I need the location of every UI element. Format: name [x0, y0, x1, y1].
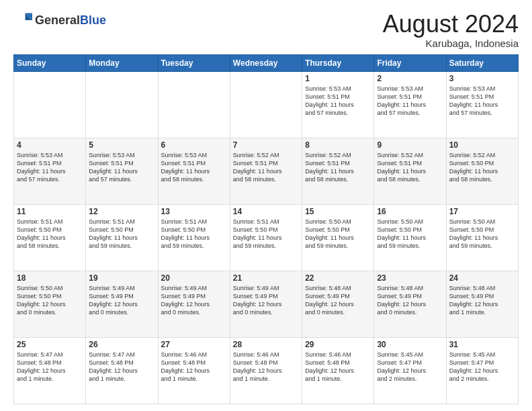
- title-section: August 2024 Karubaga, Indonesia: [383, 11, 519, 49]
- calendar-week-row: 11Sunrise: 5:51 AM Sunset: 5:50 PM Dayli…: [14, 204, 519, 271]
- cell-info: Sunrise: 5:53 AM Sunset: 5:51 PM Dayligh…: [449, 85, 515, 118]
- day-number: 27: [161, 340, 227, 349]
- calendar-cell: 1Sunrise: 5:53 AM Sunset: 5:51 PM Daylig…: [302, 71, 374, 138]
- day-number: 17: [449, 207, 515, 216]
- cell-info: Sunrise: 5:50 AM Sunset: 5:50 PM Dayligh…: [449, 218, 515, 250]
- day-number: 12: [89, 207, 154, 216]
- calendar-cell: [158, 71, 230, 138]
- cell-info: Sunrise: 5:51 AM Sunset: 5:50 PM Dayligh…: [17, 218, 83, 250]
- day-number: 29: [305, 340, 371, 349]
- cell-info: Sunrise: 5:53 AM Sunset: 5:51 PM Dayligh…: [377, 85, 443, 118]
- cell-info: Sunrise: 5:49 AM Sunset: 5:49 PM Dayligh…: [89, 284, 154, 317]
- col-header-tuesday: Tuesday: [158, 54, 230, 71]
- col-header-monday: Monday: [86, 54, 158, 71]
- calendar-cell: 31Sunrise: 5:45 AM Sunset: 5:47 PM Dayli…: [446, 337, 518, 404]
- calendar-cell: 23Sunrise: 5:48 AM Sunset: 5:49 PM Dayli…: [374, 271, 446, 337]
- day-number: 15: [305, 207, 371, 216]
- cell-info: Sunrise: 5:47 AM Sunset: 5:48 PM Dayligh…: [17, 351, 83, 383]
- cell-info: Sunrise: 5:53 AM Sunset: 5:51 PM Dayligh…: [89, 151, 154, 184]
- day-number: 20: [161, 273, 227, 283]
- day-number: 28: [233, 340, 299, 349]
- calendar-week-row: 1Sunrise: 5:53 AM Sunset: 5:51 PM Daylig…: [14, 71, 519, 138]
- cell-info: Sunrise: 5:47 AM Sunset: 5:48 PM Dayligh…: [89, 351, 154, 383]
- calendar-cell: 24Sunrise: 5:48 AM Sunset: 5:49 PM Dayli…: [446, 271, 518, 337]
- calendar-cell: [14, 71, 86, 138]
- day-number: 16: [377, 207, 443, 216]
- calendar-cell: 8Sunrise: 5:52 AM Sunset: 5:51 PM Daylig…: [302, 138, 374, 204]
- day-number: 5: [89, 140, 154, 150]
- page: GeneralBlue August 2024 Karubaga, Indone…: [0, 0, 532, 411]
- calendar-cell: 21Sunrise: 5:49 AM Sunset: 5:49 PM Dayli…: [230, 271, 302, 337]
- day-number: 14: [233, 207, 299, 216]
- calendar-cell: 15Sunrise: 5:50 AM Sunset: 5:50 PM Dayli…: [302, 204, 374, 271]
- col-header-saturday: Saturday: [446, 54, 518, 71]
- calendar-cell: 18Sunrise: 5:50 AM Sunset: 5:50 PM Dayli…: [14, 271, 86, 337]
- day-number: 9: [377, 140, 443, 150]
- day-number: 13: [161, 207, 227, 216]
- cell-info: Sunrise: 5:53 AM Sunset: 5:51 PM Dayligh…: [305, 85, 371, 118]
- calendar-week-row: 4Sunrise: 5:53 AM Sunset: 5:51 PM Daylig…: [14, 138, 519, 204]
- cell-info: Sunrise: 5:52 AM Sunset: 5:50 PM Dayligh…: [449, 151, 515, 184]
- calendar-cell: 25Sunrise: 5:47 AM Sunset: 5:48 PM Dayli…: [14, 337, 86, 404]
- day-number: 30: [377, 340, 443, 349]
- cell-info: Sunrise: 5:51 AM Sunset: 5:50 PM Dayligh…: [233, 218, 299, 250]
- calendar-cell: 2Sunrise: 5:53 AM Sunset: 5:51 PM Daylig…: [374, 71, 446, 138]
- day-number: 10: [449, 140, 515, 150]
- day-number: 19: [89, 273, 154, 283]
- day-number: 26: [89, 340, 154, 349]
- cell-info: Sunrise: 5:45 AM Sunset: 5:47 PM Dayligh…: [377, 351, 443, 383]
- cell-info: Sunrise: 5:46 AM Sunset: 5:48 PM Dayligh…: [305, 351, 371, 383]
- day-number: 24: [449, 273, 515, 283]
- calendar-cell: 27Sunrise: 5:46 AM Sunset: 5:48 PM Dayli…: [158, 337, 230, 404]
- cell-info: Sunrise: 5:48 AM Sunset: 5:49 PM Dayligh…: [449, 284, 515, 317]
- day-number: 22: [305, 273, 371, 283]
- calendar-cell: 7Sunrise: 5:52 AM Sunset: 5:51 PM Daylig…: [230, 138, 302, 204]
- day-number: 6: [161, 140, 227, 150]
- cell-info: Sunrise: 5:50 AM Sunset: 5:50 PM Dayligh…: [377, 218, 443, 250]
- cell-info: Sunrise: 5:45 AM Sunset: 5:47 PM Dayligh…: [449, 351, 515, 383]
- cell-info: Sunrise: 5:52 AM Sunset: 5:51 PM Dayligh…: [377, 151, 443, 184]
- calendar-cell: 28Sunrise: 5:46 AM Sunset: 5:48 PM Dayli…: [230, 337, 302, 404]
- location: Karubaga, Indonesia: [383, 38, 519, 49]
- calendar-cell: 30Sunrise: 5:45 AM Sunset: 5:47 PM Dayli…: [374, 337, 446, 404]
- cell-info: Sunrise: 5:46 AM Sunset: 5:48 PM Dayligh…: [233, 351, 299, 383]
- cell-info: Sunrise: 5:52 AM Sunset: 5:51 PM Dayligh…: [305, 151, 371, 184]
- calendar-cell: 29Sunrise: 5:46 AM Sunset: 5:48 PM Dayli…: [302, 337, 374, 404]
- cell-info: Sunrise: 5:53 AM Sunset: 5:51 PM Dayligh…: [17, 151, 83, 184]
- calendar-cell: 19Sunrise: 5:49 AM Sunset: 5:49 PM Dayli…: [86, 271, 158, 337]
- calendar-cell: 13Sunrise: 5:51 AM Sunset: 5:50 PM Dayli…: [158, 204, 230, 271]
- cell-info: Sunrise: 5:50 AM Sunset: 5:50 PM Dayligh…: [17, 284, 83, 317]
- logo-blue: Blue: [80, 13, 106, 27]
- col-header-wednesday: Wednesday: [230, 54, 302, 71]
- header: GeneralBlue August 2024 Karubaga, Indone…: [13, 11, 519, 49]
- calendar-cell: [230, 71, 302, 138]
- calendar-cell: 10Sunrise: 5:52 AM Sunset: 5:50 PM Dayli…: [446, 138, 518, 204]
- day-number: 18: [17, 273, 83, 283]
- calendar-cell: 16Sunrise: 5:50 AM Sunset: 5:50 PM Dayli…: [374, 204, 446, 271]
- col-header-thursday: Thursday: [302, 54, 374, 71]
- cell-info: Sunrise: 5:49 AM Sunset: 5:49 PM Dayligh…: [233, 284, 299, 317]
- col-header-sunday: Sunday: [14, 54, 86, 71]
- calendar-header-row: SundayMondayTuesdayWednesdayThursdayFrid…: [14, 54, 519, 71]
- day-number: 2: [377, 74, 443, 83]
- cell-info: Sunrise: 5:51 AM Sunset: 5:50 PM Dayligh…: [89, 218, 154, 250]
- cell-info: Sunrise: 5:51 AM Sunset: 5:50 PM Dayligh…: [161, 218, 227, 250]
- day-number: 23: [377, 273, 443, 283]
- calendar-cell: 14Sunrise: 5:51 AM Sunset: 5:50 PM Dayli…: [230, 204, 302, 271]
- day-number: 8: [305, 140, 371, 150]
- calendar-week-row: 18Sunrise: 5:50 AM Sunset: 5:50 PM Dayli…: [14, 271, 519, 337]
- calendar-table: SundayMondayTuesdayWednesdayThursdayFrid…: [13, 54, 519, 404]
- col-header-friday: Friday: [374, 54, 446, 71]
- calendar-cell: 26Sunrise: 5:47 AM Sunset: 5:48 PM Dayli…: [86, 337, 158, 404]
- cell-info: Sunrise: 5:53 AM Sunset: 5:51 PM Dayligh…: [161, 151, 227, 184]
- calendar-cell: [86, 71, 158, 138]
- day-number: 11: [17, 207, 83, 216]
- calendar-cell: 5Sunrise: 5:53 AM Sunset: 5:51 PM Daylig…: [86, 138, 158, 204]
- cell-info: Sunrise: 5:52 AM Sunset: 5:51 PM Dayligh…: [233, 151, 299, 184]
- cell-info: Sunrise: 5:46 AM Sunset: 5:48 PM Dayligh…: [161, 351, 227, 383]
- day-number: 7: [233, 140, 299, 150]
- calendar-week-row: 25Sunrise: 5:47 AM Sunset: 5:48 PM Dayli…: [14, 337, 519, 404]
- logo: GeneralBlue: [13, 11, 106, 30]
- cell-info: Sunrise: 5:48 AM Sunset: 5:49 PM Dayligh…: [377, 284, 443, 317]
- cell-info: Sunrise: 5:50 AM Sunset: 5:50 PM Dayligh…: [305, 218, 371, 250]
